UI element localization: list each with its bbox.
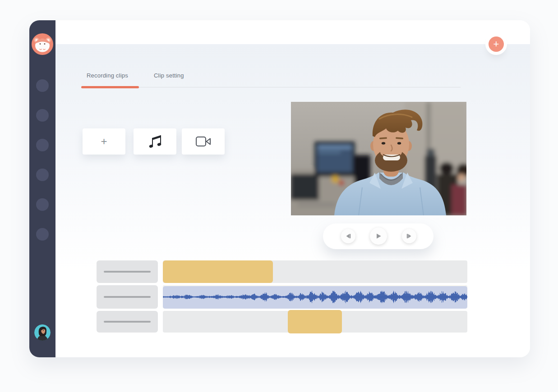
- video-frame-image: [291, 102, 466, 215]
- active-tab-underline: [81, 86, 139, 88]
- timeline-row-track-3: [97, 311, 530, 333]
- track-1-lane: [163, 260, 467, 283]
- track-2-audio-clip[interactable]: [163, 285, 467, 309]
- sidebar-nav-item-1[interactable]: [36, 79, 49, 92]
- sidebar-nav-item-2[interactable]: [36, 109, 49, 122]
- plus-icon: +: [101, 136, 107, 147]
- sidebar-nav: [29, 79, 55, 241]
- add-music-button[interactable]: [134, 128, 176, 155]
- main-area: + Recording clips Clip setting +: [55, 20, 530, 357]
- audio-waveform: [163, 285, 467, 309]
- timeline-row-track-2: [97, 285, 530, 309]
- user-avatar[interactable]: [34, 324, 51, 341]
- track-3-lane: [163, 311, 467, 333]
- sidebar-nav-item-4[interactable]: [36, 169, 49, 181]
- play-icon: [375, 232, 382, 240]
- skip-back-icon: [345, 232, 352, 240]
- track-1-clip-1[interactable]: [163, 260, 273, 283]
- track-2-handle[interactable]: [97, 285, 158, 309]
- skip-forward-icon: [406, 232, 413, 240]
- app-logo[interactable]: [32, 33, 53, 55]
- tab-recording-clips[interactable]: Recording clips: [87, 72, 128, 79]
- video-preview[interactable]: [291, 102, 466, 215]
- drag-grip-icon: [104, 321, 151, 323]
- timeline-row-track-1: [97, 260, 530, 283]
- top-bar: [55, 20, 530, 44]
- track-3-clip-1[interactable]: [288, 310, 342, 333]
- skip-forward-button[interactable]: [402, 229, 416, 243]
- add-clip-button[interactable]: +: [83, 128, 125, 155]
- sidebar-nav-item-5[interactable]: [36, 198, 49, 211]
- playback-controls: [323, 223, 433, 249]
- sidebar-nav-item-6[interactable]: [36, 228, 49, 241]
- sidebar: [29, 20, 55, 357]
- add-button[interactable]: +: [489, 36, 504, 52]
- timeline: [97, 260, 530, 333]
- user-avatar-photo: [34, 324, 51, 341]
- track-2-lane: [163, 285, 467, 309]
- app-window: + Recording clips Clip setting +: [29, 20, 530, 357]
- play-button[interactable]: [370, 228, 387, 245]
- add-video-button[interactable]: [182, 128, 225, 155]
- sidebar-nav-item-3[interactable]: [36, 139, 49, 151]
- track-1-handle[interactable]: [97, 260, 158, 283]
- tab-clip-setting[interactable]: Clip setting: [154, 72, 184, 79]
- plus-icon: +: [493, 39, 499, 49]
- drag-grip-icon: [104, 296, 151, 298]
- video-camera-icon: [195, 136, 212, 147]
- content-area: + Recording clips Clip setting +: [55, 44, 530, 357]
- track-3-handle[interactable]: [97, 311, 158, 333]
- monkey-mascot-icon: [32, 33, 53, 55]
- music-note-icon: [148, 134, 162, 149]
- drag-grip-icon: [104, 271, 151, 273]
- skip-back-button[interactable]: [341, 229, 355, 243]
